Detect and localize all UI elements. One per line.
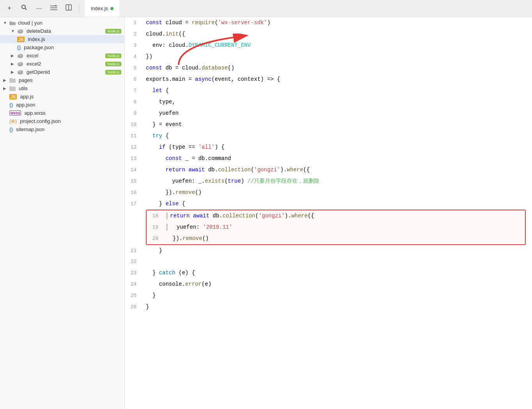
sidebar-item-label: package.json — [24, 44, 54, 50]
code-line-11: 11 try { — [125, 130, 532, 142]
line-content: }) — [144, 51, 532, 62]
line-content: console.error(e) — [144, 279, 532, 290]
line-content: let { — [144, 85, 532, 96]
sidebar-item-excel[interactable]: ▶ excel Node.js — [0, 52, 124, 60]
line-content: yuefen: '2019.11' — [165, 222, 525, 233]
line-number: 7 — [125, 85, 144, 96]
highlighted-block: 18 return await db.collection('gongzi').… — [146, 210, 526, 245]
line-number: 18 — [147, 211, 165, 222]
code-line-19: 19 yuefen: '2019.11' — [147, 222, 525, 233]
sidebar-item-project-config[interactable]: {⚙} project.config.json — [0, 117, 124, 125]
line-content: return await db.collection('gongzi').whe… — [144, 164, 532, 175]
line-content: try { — [144, 130, 532, 141]
sidebar-item-label: pages — [19, 77, 32, 83]
add-button[interactable]: + — [5, 4, 14, 12]
line-content: const _ = db.command — [144, 153, 532, 164]
chevron-right-icon: ▶ — [11, 70, 16, 74]
code-line-2: 2 cloud.init({ — [125, 28, 532, 40]
config-icon: {⚙} — [9, 119, 17, 124]
js-icon: JS — [17, 37, 25, 42]
code-line-9: 9 yuefen — [125, 108, 532, 119]
line-content: if (type == 'all') { — [144, 142, 532, 153]
svg-point-25 — [19, 70, 22, 73]
sidebar-item-label: excel — [27, 53, 38, 59]
code-line-18: 18 return await db.collection('gongzi').… — [147, 210, 525, 222]
sidebar-item-label: sitemap.json — [16, 126, 44, 132]
sidebar-item-app-wxss[interactable]: wxss app.wxss — [0, 109, 124, 117]
cloud-icon — [17, 28, 23, 34]
line-content: }).remove() — [144, 187, 532, 198]
sidebar-item-index-js[interactable]: JS index.js — [0, 35, 124, 43]
nodejs-badge: Node.js — [105, 62, 121, 66]
sidebar-item-label: deleteData — [27, 28, 51, 34]
code-line-14: 14 return await db.collection('gongzi').… — [125, 164, 532, 176]
line-number: 15 — [125, 176, 144, 187]
line-number: 19 — [147, 222, 165, 233]
code-line-21: 21 } — [125, 245, 532, 256]
code-line-16: 16 }).remove() — [125, 187, 532, 198]
code-line-3: 3 env: cloud.DYNAMIC_CURRENT_ENV — [125, 40, 532, 51]
chevron-right-icon: ▶ — [11, 62, 16, 66]
line-content: type, — [144, 96, 532, 107]
code-line-17: 17 } else { — [125, 198, 532, 210]
svg-rect-27 — [9, 78, 12, 80]
sidebar-item-excel2[interactable]: ▶ excel2 Node.js — [0, 60, 124, 68]
chevron-right-icon: ▶ — [3, 78, 8, 82]
svg-point-0 — [22, 5, 25, 9]
sidebar-item-deleteData[interactable]: ▼ deleteData Node.js — [0, 27, 124, 35]
more-button[interactable]: ··· — [34, 4, 44, 12]
outline-button[interactable] — [49, 4, 59, 12]
sidebar-item-label: app.json — [16, 102, 35, 108]
line-content: }).remove() — [165, 233, 525, 244]
folder-icon — [9, 21, 16, 25]
line-content: const db = cloud.database() — [144, 62, 532, 73]
code-line-15: 15 yuefen: _.exists(true) //只要月份字段存在，就删除 — [125, 176, 532, 187]
line-number: 4 — [125, 52, 144, 62]
line-content: cloud.init({ — [144, 28, 532, 39]
code-line-22: 22 — [125, 256, 532, 267]
sidebar-item-label: project.config.json — [20, 118, 61, 124]
sidebar-item-sitemap[interactable]: {} sitemap.json — [0, 125, 124, 133]
sidebar-item-utils[interactable]: ▶ utils — [0, 84, 124, 92]
line-content: } else { — [144, 198, 532, 209]
split-button[interactable] — [64, 4, 73, 12]
line-number: 17 — [125, 199, 144, 210]
line-content: const cloud = require('wx-server-sdk') — [144, 17, 532, 28]
sidebar-item-pages[interactable]: ▶ pages — [0, 76, 124, 84]
line-number: 22 — [125, 256, 144, 267]
line-number: 10 — [125, 119, 144, 130]
tab-index-js[interactable]: index.js — [85, 0, 120, 17]
code-editor[interactable]: 1 const cloud = require('wx-server-sdk')… — [125, 17, 532, 409]
json-icon: {} — [9, 127, 13, 132]
js-icon: JS — [9, 94, 17, 100]
line-content: } — [144, 245, 532, 256]
sidebar-item-app-js[interactable]: JS app.js — [0, 92, 124, 101]
line-number: 13 — [125, 153, 144, 164]
sidebar-item-package-json[interactable]: {} package.json — [0, 43, 124, 52]
line-number: 3 — [125, 40, 144, 51]
line-number: 8 — [125, 97, 144, 108]
svg-point-21 — [19, 62, 22, 64]
sidebar-item-label: app.js — [20, 94, 34, 100]
svg-rect-29 — [9, 86, 12, 88]
tab-bar: index.js — [85, 0, 120, 17]
line-number: 20 — [147, 233, 165, 244]
sidebar-root-label: cloud | yun — [18, 20, 43, 26]
sidebar-root[interactable]: ▼ cloud | yun — [0, 19, 124, 27]
cloud-icon — [17, 61, 23, 67]
json-icon: {} — [17, 45, 21, 50]
sidebar-item-app-json[interactable]: {} app.json — [0, 101, 124, 109]
sidebar-item-label: app.wxss — [24, 110, 45, 116]
sidebar: ▼ cloud | yun ▼ deleteData Node.js JS — [0, 17, 125, 409]
line-number: 16 — [125, 187, 144, 198]
line-content: } — [144, 301, 532, 312]
sidebar-item-label: utils — [19, 85, 28, 91]
sidebar-item-getOpenid[interactable]: ▶ getOpenid Node.js — [0, 68, 124, 76]
code-line-20: 20 }).remove() — [147, 233, 525, 244]
code-line-5: 5 const db = cloud.database() — [125, 62, 532, 74]
line-number: 2 — [125, 29, 144, 40]
folder-icon — [9, 78, 16, 83]
line-content: yuefen: _.exists(true) //只要月份字段存在，就删除 — [144, 176, 532, 187]
search-button[interactable] — [20, 4, 29, 12]
nodejs-badge: Node.js — [105, 53, 121, 58]
